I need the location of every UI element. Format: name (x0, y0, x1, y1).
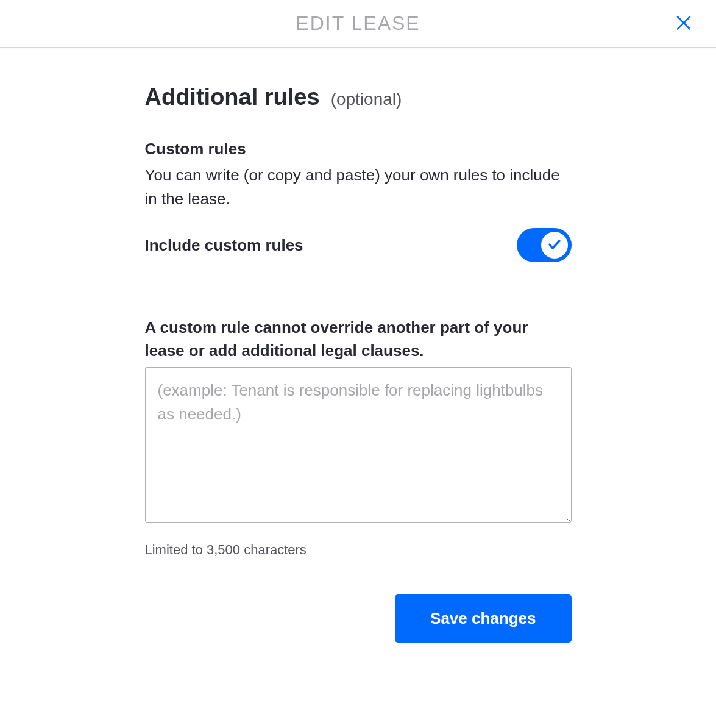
include-custom-rules-toggle[interactable] (517, 228, 572, 262)
modal-header: EDIT LEASE (0, 0, 716, 48)
custom-rules-subheading: Custom rules (145, 140, 572, 159)
divider (221, 287, 495, 287)
close-icon (675, 13, 693, 34)
close-button[interactable] (670, 9, 698, 38)
include-custom-rules-row: Include custom rules (145, 228, 572, 262)
custom-rules-textarea[interactable] (145, 367, 572, 523)
section-heading: Additional rules (optional) (145, 84, 572, 110)
optional-label: (optional) (331, 90, 402, 109)
include-custom-rules-label: Include custom rules (145, 236, 303, 255)
section-title: Additional rules (145, 84, 320, 110)
custom-rules-description: You can write (or copy and paste) your o… (145, 163, 572, 211)
custom-rule-warning: A custom rule cannot override another pa… (145, 316, 572, 362)
checkmark-icon (547, 237, 562, 254)
button-row: Save changes (145, 594, 572, 643)
save-changes-button[interactable]: Save changes (395, 594, 571, 643)
toggle-knob (541, 232, 568, 259)
modal-title: EDIT LEASE (296, 12, 420, 35)
character-limit-text: Limited to 3,500 characters (145, 542, 572, 558)
modal-content: Additional rules (optional) Custom rules… (145, 48, 572, 691)
